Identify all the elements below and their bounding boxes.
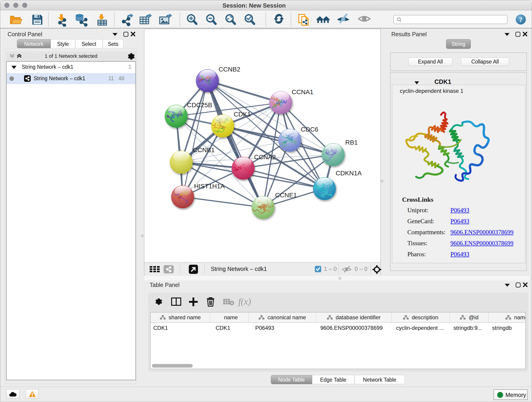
svg-text:CDC25B: CDC25B xyxy=(187,102,212,109)
svg-text:CCNB1: CCNB1 xyxy=(193,147,215,153)
svg-text:HIST1H1A: HIST1H1A xyxy=(194,183,225,190)
svg-text:CCNE1: CCNE1 xyxy=(275,191,297,199)
svg-text:CCNB2: CCNB2 xyxy=(219,66,240,73)
svg-text:RB1: RB1 xyxy=(345,139,358,146)
svg-text:CDKN1A: CDKN1A xyxy=(336,170,362,177)
svg-text:CDC6: CDC6 xyxy=(301,126,318,133)
svg-text:CCNA1: CCNA1 xyxy=(292,89,313,96)
svg-text:CDK1: CDK1 xyxy=(234,111,251,118)
svg-text:CCNA2: CCNA2 xyxy=(254,153,276,161)
